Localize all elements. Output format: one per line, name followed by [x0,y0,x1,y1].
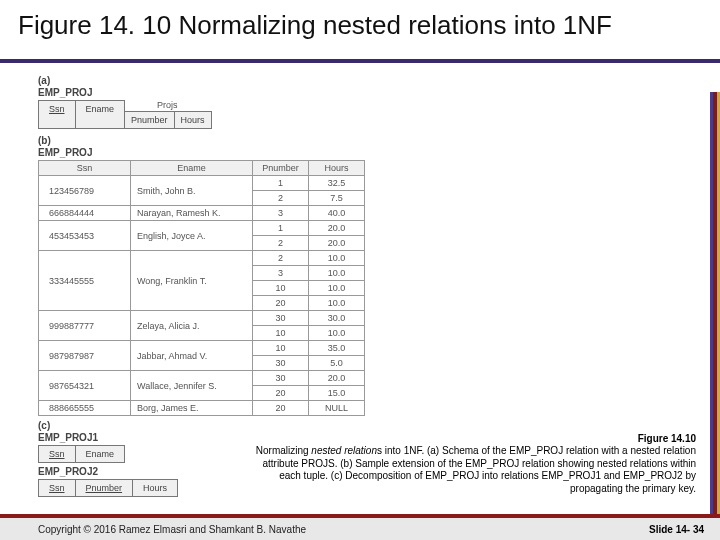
cell-hours: 20.0 [309,236,365,251]
cell-hours: 30.0 [309,311,365,326]
label-b: (b) [38,135,720,146]
cell-hours: 10.0 [309,296,365,311]
cell-hours: 32.5 [309,176,365,191]
relname-a: EMP_PROJ [38,87,720,98]
col-pnumber: Pnumber [124,111,175,129]
cell-hours: 7.5 [309,191,365,206]
relname-b: EMP_PROJ [38,147,720,158]
table-row: 666884444Narayan, Ramesh K.340.0 [39,206,365,221]
cell-pnumber: 10 [253,341,309,356]
table-row: 333445555Wong, Franklin T.210.0 [39,251,365,266]
cell-ssn: 987987987 [39,341,131,371]
cell-pnumber: 3 [253,206,309,221]
cell-hours: 10.0 [309,251,365,266]
cell-hours: 20.0 [309,221,365,236]
cell-hours: 10.0 [309,281,365,296]
cell-ename: Wong, Franklin T. [131,251,253,311]
cell-ssn: 123456789 [39,176,131,206]
schema-a: Ssn Ename Projs Pnumber Hours [38,100,720,129]
cell-ssn: 333445555 [39,251,131,311]
cell-pnumber: 10 [253,326,309,341]
cell-pnumber: 1 [253,176,309,191]
projs-group: Projs Pnumber Hours [124,100,211,129]
col-ename: Ename [75,100,126,129]
label-a: (a) [38,75,720,86]
decorative-sidebar [710,92,720,514]
c1-ename: Ename [75,445,126,463]
footer: Copyright © 2016 Ramez Elmasri and Shamk… [0,514,720,540]
cell-hours: NULL [309,401,365,416]
figure-caption: Figure 14.10 Normalizing nested relation… [246,433,696,496]
cell-hours: 35.0 [309,341,365,356]
cell-hours: 40.0 [309,206,365,221]
cell-hours: 15.0 [309,386,365,401]
cell-ssn: 666884444 [39,206,131,221]
cell-ename: English, Joyce A. [131,221,253,251]
cell-hours: 10.0 [309,266,365,281]
cell-ename: Borg, James E. [131,401,253,416]
cell-hours: 20.0 [309,371,365,386]
cell-pnumber: 3 [253,266,309,281]
slide-title: Figure 14. 10 Normalizing nested relatio… [18,10,702,41]
hdr-ssn: Ssn [39,161,131,176]
cell-pnumber: 20 [253,401,309,416]
hdr-ename: Ename [131,161,253,176]
slide-title-area: Figure 14. 10 Normalizing nested relatio… [0,0,720,63]
hdr-hours: Hours [309,161,365,176]
cell-pnumber: 30 [253,356,309,371]
slide-number: Slide 14- 34 [649,524,704,535]
c2-pnumber: Pnumber [75,479,134,497]
cell-pnumber: 30 [253,371,309,386]
hdr-pnumber: Pnumber [253,161,309,176]
col-hours: Hours [174,111,212,129]
cell-pnumber: 10 [253,281,309,296]
table-row: 888665555Borg, James E.20NULL [39,401,365,416]
cell-ename: Jabbar, Ahmad V. [131,341,253,371]
copyright: Copyright © 2016 Ramez Elmasri and Shamk… [38,524,306,535]
projs-label: Projs [124,100,211,111]
cell-pnumber: 20 [253,386,309,401]
table-row: 453453453English, Joyce A.120.0 [39,221,365,236]
cell-pnumber: 20 [253,296,309,311]
cell-pnumber: 1 [253,221,309,236]
table-row: 123456789Smith, John B.132.5 [39,176,365,191]
cell-pnumber: 2 [253,251,309,266]
cell-hours: 10.0 [309,326,365,341]
col-ssn: Ssn [38,100,76,129]
cell-pnumber: 2 [253,191,309,206]
cell-pnumber: 2 [253,236,309,251]
c2-ssn: Ssn [38,479,76,497]
label-c: (c) [38,420,720,431]
cell-ssn: 453453453 [39,221,131,251]
cell-ename: Wallace, Jennifer S. [131,371,253,401]
cell-ssn: 987654321 [39,371,131,401]
c1-ssn: Ssn [38,445,76,463]
cell-ename: Narayan, Ramesh K. [131,206,253,221]
cell-pnumber: 30 [253,311,309,326]
cell-ssn: 999887777 [39,311,131,341]
cell-ssn: 888665555 [39,401,131,416]
table-row: 987654321Wallace, Jennifer S.3020.0 [39,371,365,386]
c2-hours: Hours [132,479,178,497]
table-b: Ssn Ename Pnumber Hours 123456789Smith, … [38,160,365,416]
slide-content: (a) EMP_PROJ Ssn Ename Projs Pnumber Hou… [0,63,720,497]
cell-ename: Smith, John B. [131,176,253,206]
table-row: 987987987Jabbar, Ahmad V.1035.0 [39,341,365,356]
table-row: 999887777Zelaya, Alicia J.3030.0 [39,311,365,326]
cell-ename: Zelaya, Alicia J. [131,311,253,341]
cell-hours: 5.0 [309,356,365,371]
